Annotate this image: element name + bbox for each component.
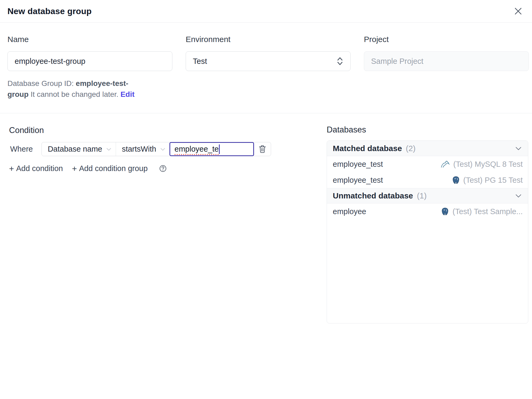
close-icon	[514, 7, 523, 16]
condition-heading: Condition	[9, 126, 327, 135]
database-row: employee (Test) Test Sample...	[327, 203, 528, 219]
matched-database-header[interactable]: Matched database (2)	[327, 141, 528, 156]
databases-heading: Databases	[327, 125, 528, 135]
name-field-block: Name employee-test-group	[7, 35, 172, 71]
where-label: Where	[10, 145, 33, 153]
dialog-header: New database group	[0, 0, 532, 22]
text-cursor	[219, 144, 220, 154]
database-row: employee_test (Test) MySQL 8 Test	[327, 156, 528, 172]
help-button[interactable]	[159, 165, 167, 172]
chevron-down-icon	[160, 146, 166, 152]
condition-actions: + Add condition + Add condition group	[9, 164, 327, 173]
add-condition-group-label: Add condition group	[79, 164, 148, 173]
chevron-down-icon	[515, 192, 522, 200]
instance-info: (Test) Test Sample...	[441, 207, 523, 216]
delete-condition-button[interactable]	[254, 142, 271, 156]
add-condition-button[interactable]: + Add condition	[9, 164, 63, 173]
postgresql-icon	[452, 176, 460, 184]
project-input[interactable]: Sample Project	[364, 51, 529, 71]
environment-select-value: Test	[193, 57, 207, 66]
project-field-block: Project Sample Project	[364, 35, 529, 71]
condition-expression-group: Database name startsWith employee_te	[41, 142, 271, 156]
group-id-note-suffix: It cannot be changed later.	[28, 90, 120, 98]
environment-select[interactable]: Test	[186, 51, 351, 71]
matched-database-title: Matched database (2)	[333, 144, 415, 153]
instance-label: (Test) Test Sample...	[452, 207, 523, 216]
add-condition-group-button[interactable]: + Add condition group	[72, 164, 148, 173]
databases-panel: Matched database (2) employee_test (Test…	[327, 140, 528, 323]
condition-field-select[interactable]: Database name	[42, 142, 116, 156]
mysql-icon	[440, 160, 450, 168]
add-condition-label: Add condition	[16, 164, 63, 173]
project-label: Project	[364, 35, 529, 44]
main-content: Condition Where Database name startsWith	[0, 113, 532, 323]
close-button[interactable]	[512, 5, 524, 17]
unfold-chevrons-icon	[336, 57, 343, 66]
name-input[interactable]: employee-test-group	[7, 51, 172, 71]
instance-label: (Test) MySQL 8 Test	[453, 160, 523, 169]
instance-label: (Test) PG 15 Test	[463, 176, 523, 185]
group-id-note-prefix: Database Group ID:	[7, 79, 76, 88]
plus-icon: +	[9, 164, 14, 173]
instance-info: (Test) MySQL 8 Test	[440, 160, 523, 169]
condition-operator-select[interactable]: startsWith	[116, 142, 170, 156]
plus-icon: +	[72, 164, 77, 173]
databases-section: Databases Matched database (2) employee_…	[327, 113, 528, 323]
name-input-value: employee-test-group	[15, 57, 85, 66]
environment-field-block: Environment Test	[186, 35, 351, 71]
environment-label: Environment	[186, 35, 351, 44]
matched-database-count: (2)	[406, 144, 416, 153]
page-title: New database group	[7, 6, 92, 16]
chevron-down-icon	[515, 145, 522, 152]
unmatched-database-title: Unmatched database (1)	[333, 191, 427, 200]
condition-section: Condition Where Database name startsWith	[0, 113, 327, 173]
chevron-down-icon	[106, 146, 112, 152]
group-form: Name employee-test-group Environment Tes…	[7, 35, 529, 71]
condition-value-input[interactable]: employee_te	[169, 142, 254, 156]
header-divider	[0, 22, 532, 23]
project-input-value: Sample Project	[371, 57, 423, 66]
name-label: Name	[7, 35, 172, 44]
condition-field-value: Database name	[48, 145, 102, 153]
question-circle-icon	[159, 165, 167, 172]
condition-row: Where Database name startsWith employee_…	[9, 142, 327, 156]
condition-operator-value: startsWith	[122, 145, 156, 153]
database-row: employee_test (Test) PG 15 Test	[327, 172, 528, 188]
unmatched-database-count: (1)	[417, 191, 427, 200]
instance-info: (Test) PG 15 Test	[452, 176, 523, 185]
condition-value-text: employee_te	[174, 145, 219, 153]
edit-group-id-link[interactable]: Edit	[120, 90, 135, 98]
group-id-note: Database Group ID: employee-test-group I…	[7, 78, 142, 100]
trash-icon	[258, 145, 267, 153]
unmatched-database-header[interactable]: Unmatched database (1)	[327, 188, 528, 203]
postgresql-icon	[441, 207, 449, 216]
